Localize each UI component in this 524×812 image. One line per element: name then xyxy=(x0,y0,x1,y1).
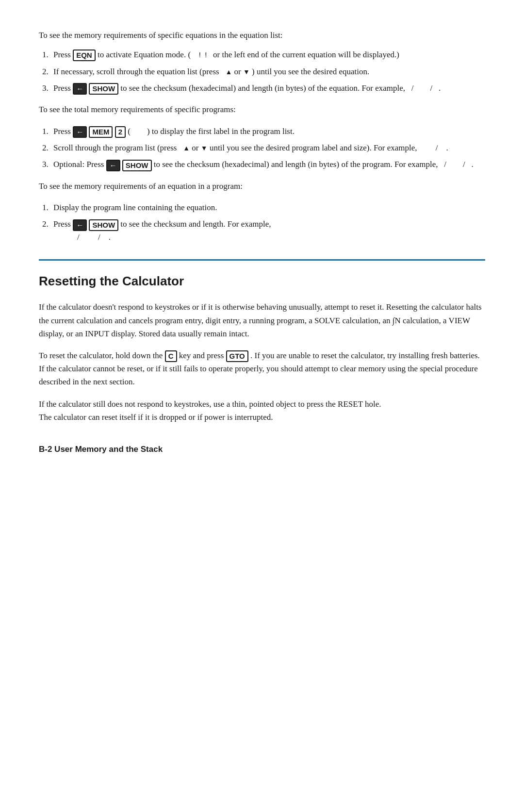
list-3-item-1: Display the program line containing the … xyxy=(50,201,485,214)
eqn-key: EQN xyxy=(73,50,96,61)
list-2-item-1-press: Press xyxy=(53,127,73,136)
gto-key: GTO xyxy=(226,350,248,362)
list-2-item-2-text1: Scroll through the program list (press xyxy=(53,143,181,152)
list-3-item-1-text: Display the program line containing the … xyxy=(53,203,217,212)
intro-line-2: To see the total memory requirements of … xyxy=(39,103,485,116)
list-1-item-2-or: or xyxy=(234,67,243,76)
show-key-1: SHOW xyxy=(89,83,118,95)
left-shift-key-2: ← xyxy=(73,126,87,138)
list-2-item-2: Scroll through the program list (press ▲… xyxy=(50,142,485,154)
paragraph-2: To reset the calculator, hold down the C… xyxy=(39,349,485,389)
list-2-item-1: Press ← MEM 2 ( ) to display the first l… xyxy=(50,125,485,138)
up-arrow-symbol: ▲ xyxy=(225,68,232,76)
list-3-item-2-continuation: / / . xyxy=(53,232,111,242)
list-3: Display the program line containing the … xyxy=(50,201,485,244)
list-2-item-2-text2: until you see the desired program label … xyxy=(210,143,448,152)
left-shift-key-4: ← xyxy=(73,219,87,231)
paragraph-2-mid: key and press xyxy=(179,351,226,360)
down-arrow-symbol-2: ▼ xyxy=(201,144,208,152)
paragraph-2-text1: To reset the calculator, hold down the xyxy=(39,351,163,360)
mem-key: MEM xyxy=(89,126,113,138)
list-3-item-2: Press ← SHOW to see the checksum and len… xyxy=(50,218,485,244)
list-2-item-3-optional: Optional: Press xyxy=(53,160,106,169)
section-title: Resetting the Calculator xyxy=(39,271,485,291)
section-divider xyxy=(39,259,485,261)
list-1-item-1-symbols: ! ! xyxy=(193,50,211,59)
footer-label: B-2 User Memory and the Stack xyxy=(39,443,485,456)
show-key-2: SHOW xyxy=(122,160,152,171)
c-key: C xyxy=(165,350,177,362)
show-key-3: SHOW xyxy=(89,219,118,231)
list-1-item-1-press: Press xyxy=(53,50,73,59)
list-1: Press EQN to activate Equation mode. ( !… xyxy=(50,49,485,95)
left-shift-key-1: ← xyxy=(73,83,87,95)
list-2-item-1-text: ( ) to display the first label in the pr… xyxy=(128,127,295,136)
list-1-item-1-text: to activate Equation mode. ( xyxy=(98,50,191,59)
up-arrow-symbol-2: ▲ xyxy=(183,144,190,152)
list-1-item-3: Press ← SHOW to see the checksum (hexade… xyxy=(50,82,485,95)
list-2: Press ← MEM 2 ( ) to display the first l… xyxy=(50,125,485,171)
paragraph-3: If the calculator still does not respond… xyxy=(39,398,485,424)
list-1-item-1: Press EQN to activate Equation mode. ( !… xyxy=(50,49,485,61)
list-2-item-3-text: to see the checksum (hexadecimal) and le… xyxy=(154,160,474,169)
down-arrow-symbol: ▼ xyxy=(243,68,250,76)
intro-line-1: To see the memory requirements of specif… xyxy=(39,29,485,42)
list-2-item-2-or: or xyxy=(192,143,200,152)
left-shift-key-3: ← xyxy=(106,160,120,171)
two-key: 2 xyxy=(115,126,126,138)
list-1-item-2-text1: If necessary, scroll through the equatio… xyxy=(53,67,223,76)
intro-line-3: To see the memory requirements of an equ… xyxy=(39,180,485,193)
paragraph-1: If the calculator doesn't respond to key… xyxy=(39,300,485,340)
list-1-item-3-text: to see the checksum (hexadecimal) and le… xyxy=(120,83,441,93)
list-1-item-1-tail: or the left end of the current equation … xyxy=(213,50,399,59)
list-3-item-2-text: to see the checksum and length. For exam… xyxy=(120,219,271,229)
list-1-item-2-text2: ) until you see the desired equation. xyxy=(252,67,369,76)
list-3-item-2-press: Press xyxy=(53,219,73,229)
list-1-item-2: If necessary, scroll through the equatio… xyxy=(50,66,485,78)
list-2-item-3: Optional: Press ← SHOW to see the checks… xyxy=(50,158,485,171)
list-1-item-3-press: Press xyxy=(53,83,73,93)
